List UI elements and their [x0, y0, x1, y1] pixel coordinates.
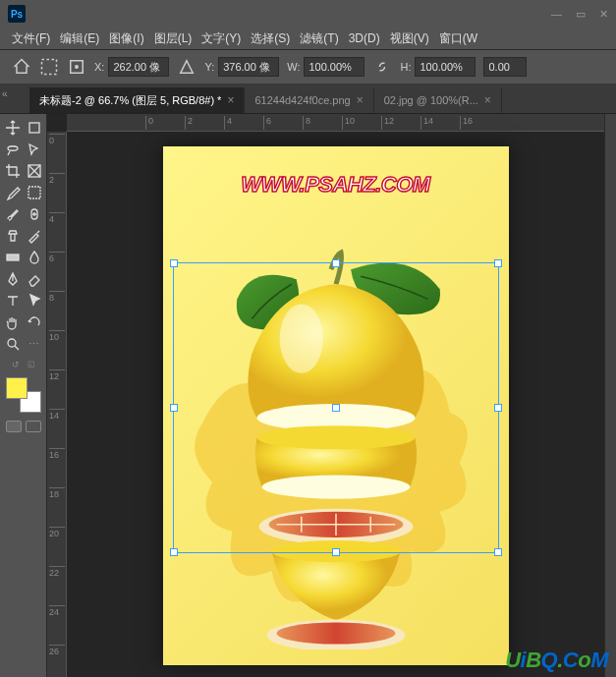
ruler-tick: 10: [342, 116, 355, 130]
transform-handle-ml[interactable]: [170, 404, 178, 412]
delta-icon[interactable]: [177, 57, 196, 77]
transform-handle-tl[interactable]: [170, 259, 178, 267]
rotation-input[interactable]: [483, 57, 527, 77]
tab-document-1[interactable]: 未标题-2 @ 66.7% (图层 5, RGB/8#) * ×: [29, 87, 245, 113]
menu-file[interactable]: 文件(F): [8, 28, 54, 49]
swap-colors-icon[interactable]: ↺: [12, 360, 20, 369]
ruler-tick: 6: [49, 252, 65, 263]
site-watermark: UiBQ.CoM: [505, 648, 608, 673]
type-tool[interactable]: [3, 291, 23, 310]
eyedropper-tool[interactable]: [3, 183, 23, 202]
lemon-artwork: [183, 245, 489, 650]
h-field: H:: [400, 57, 476, 77]
ruler-tick: 8: [303, 116, 310, 130]
y-input[interactable]: [218, 57, 279, 77]
maximize-button[interactable]: ▭: [576, 8, 586, 21]
menu-3d[interactable]: 3D(D): [345, 29, 384, 47]
ruler-tick: 4: [224, 116, 232, 130]
sidebar-toggle-icon[interactable]: «: [2, 88, 8, 99]
ruler-tick: 24: [49, 605, 65, 617]
title-bar: Ps — ▭ ✕: [0, 0, 616, 28]
y-label: Y:: [204, 61, 214, 73]
blur-tool[interactable]: [25, 248, 44, 267]
eraser-tool[interactable]: [25, 269, 44, 289]
zoom-tool[interactable]: [3, 334, 23, 354]
svg-point-16: [276, 622, 395, 644]
quick-select-tool[interactable]: [25, 140, 44, 159]
clone-tool[interactable]: [3, 226, 23, 246]
pen-tool[interactable]: [3, 269, 23, 289]
window-controls: — ▭ ✕: [551, 8, 608, 21]
transform-handle-bl[interactable]: [170, 548, 178, 556]
svg-point-14: [271, 539, 400, 561]
svg-rect-5: [28, 187, 40, 198]
menu-filter[interactable]: 滤镜(T): [296, 28, 342, 49]
close-button[interactable]: ✕: [599, 8, 608, 21]
close-icon[interactable]: ×: [484, 93, 491, 107]
brush-tool[interactable]: [3, 204, 23, 224]
transform-handle-mr[interactable]: [494, 404, 502, 412]
canvas-area: 0 2 4 6 8 10 12 14 16 0 2 4 6 8 10 12 14…: [47, 114, 604, 677]
color-swatches[interactable]: [6, 377, 41, 413]
transform-handle-br[interactable]: [494, 548, 502, 556]
artboard-tool[interactable]: [25, 118, 44, 138]
menu-view[interactable]: 视图(V): [386, 28, 433, 49]
ruler-tick: 18: [49, 487, 65, 499]
document-tabs: 未标题-2 @ 66.7% (图层 5, RGB/8#) * × 61244d4…: [0, 85, 616, 114]
ruler-tick: 16: [460, 116, 473, 130]
vertical-ruler[interactable]: 0 2 4 6 8 10 12 14 16 18 20 22 24 26: [47, 132, 67, 677]
transform-handle-tr[interactable]: [494, 259, 502, 267]
h-label: H:: [400, 61, 411, 73]
foreground-color-swatch[interactable]: [6, 377, 28, 399]
tab-label: 61244d424f0ce.png: [254, 94, 350, 106]
spot-heal-tool[interactable]: [25, 204, 44, 224]
minimize-button[interactable]: —: [551, 8, 562, 21]
edit-toolbar-icon[interactable]: ⋯: [25, 334, 44, 354]
frame-tool[interactable]: [25, 161, 44, 181]
svg-point-11: [261, 475, 410, 498]
gradient-tool[interactable]: [3, 248, 23, 267]
ruler-tick: 26: [49, 645, 65, 656]
x-label: X:: [94, 61, 104, 73]
ruler-tick: 6: [263, 116, 271, 130]
rotate-view-tool[interactable]: [25, 312, 44, 332]
link-icon[interactable]: [372, 57, 392, 77]
menu-image[interactable]: 图像(I): [105, 28, 147, 49]
hand-tool[interactable]: [3, 312, 23, 332]
work-area: ⋯ ↺◱ 0 2 4 6 8 10 12 14 16 0 2 4 6 8 10 …: [0, 114, 616, 677]
history-brush-tool[interactable]: [25, 226, 44, 246]
menu-type[interactable]: 文字(Y): [197, 28, 245, 49]
horizontal-ruler[interactable]: 0 2 4 6 8 10 12 14 16: [67, 114, 604, 132]
default-colors-icon[interactable]: ◱: [28, 360, 35, 369]
menu-layer[interactable]: 图层(L): [150, 28, 196, 49]
ruler-tick: 0: [145, 116, 153, 130]
reference-point-icon[interactable]: [67, 57, 86, 77]
path-select-tool[interactable]: [25, 291, 44, 310]
right-panel-strip[interactable]: [604, 114, 616, 677]
document-canvas[interactable]: WWW.PSAHZ.COM: [163, 146, 509, 665]
tool-panel: ⋯ ↺◱: [0, 114, 47, 677]
home-icon[interactable]: [12, 57, 31, 77]
svg-point-10: [256, 425, 415, 449]
menu-select[interactable]: 选择(S): [247, 28, 294, 49]
ruler-tick: 22: [49, 566, 65, 578]
menu-window[interactable]: 窗口(W: [435, 28, 481, 49]
move-tool[interactable]: [3, 118, 23, 138]
x-input[interactable]: [108, 57, 169, 77]
w-field: W:: [287, 57, 364, 77]
marquee-tool[interactable]: [25, 183, 44, 202]
transform-icon[interactable]: [39, 57, 59, 77]
h-input[interactable]: [415, 57, 476, 77]
close-icon[interactable]: ×: [357, 93, 364, 107]
close-icon[interactable]: ×: [227, 93, 234, 107]
tab-document-2[interactable]: 61244d424f0ce.png ×: [245, 87, 373, 113]
lasso-tool[interactable]: [3, 140, 23, 159]
w-input[interactable]: [304, 57, 364, 77]
tab-document-3[interactable]: 02.jpg @ 100%(R... ×: [374, 87, 502, 113]
ruler-tick: 12: [49, 369, 65, 381]
quick-mask-toggle[interactable]: [6, 421, 41, 432]
menu-edit[interactable]: 编辑(E): [56, 28, 103, 49]
crop-tool[interactable]: [3, 161, 23, 181]
canvas-viewport[interactable]: WWW.PSAHZ.COM: [67, 132, 604, 677]
ruler-tick: 14: [420, 116, 433, 130]
